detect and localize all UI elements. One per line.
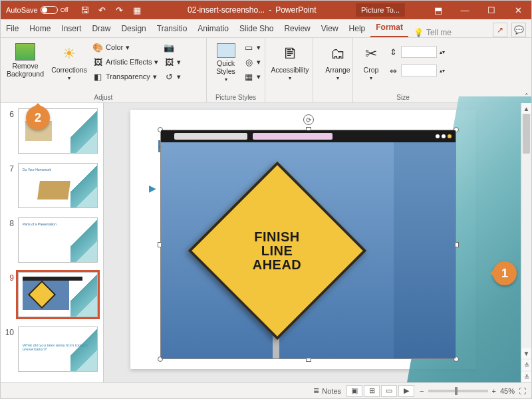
slideshow-view-button[interactable]: ▶ [398,385,414,397]
transparency-label: Transparency [106,72,150,80]
slide-thumbnail-8[interactable]: Parts of a Presentation [18,217,98,263]
slide-thumbnail-9[interactable] [18,272,98,317]
scroll-thumb[interactable] [523,114,530,154]
tab-format[interactable]: Format [370,19,408,37]
change-icon: 🖼 [164,57,174,67]
ribbon-options-button[interactable]: ⬒ [425,1,452,19]
comments-button[interactable]: 💬 [511,23,526,37]
scroll-down-button[interactable]: ▼ [521,348,531,358]
notes-icon: ≣ [313,386,319,395]
reset-icon: ↺ [164,71,174,82]
transparency-button[interactable]: ◧Transparency ▾ [92,70,158,83]
prev-slide-button[interactable]: ≙ [521,360,531,370]
remove-background-icon [15,43,35,61]
thumb-number: 7 [5,163,14,174]
width-icon: ⇔ [388,65,398,76]
arrange-button[interactable]: 🗂 Arrange ▾ [317,41,358,81]
save-button[interactable]: 🖫 [78,3,92,17]
corrections-button[interactable]: ☀ Corrections ▾ [49,41,90,81]
chevron-down-icon: ▾ [289,75,291,81]
zoom-in-button[interactable]: + [492,387,496,395]
tell-me-label: Tell me [426,28,452,37]
slide-canvas-area[interactable]: Fi ▶ ⟳ [104,103,531,382]
slide-thumbnail-10[interactable]: What did you take away from today's pres… [18,327,98,372]
normal-view-button[interactable]: ▣ [346,385,362,397]
color-button[interactable]: 🎨Color ▾ [92,41,158,54]
thumb-number: 6 [5,108,14,119]
tab-view[interactable]: View [316,20,344,37]
zoom-out-button[interactable]: − [420,387,424,395]
accessibility-icon: 🖹 [279,43,301,65]
work-area: 6 7 Do Your Homework 8 Parts of a Presen… [1,103,531,382]
redo-button[interactable]: ↷ [112,3,127,17]
chevron-down-icon: ▾ [68,75,70,81]
zoom-controls: − + 45% ⛶ [420,387,526,395]
artistic-label: Artistic Effects [106,58,152,66]
toggle-icon [41,6,58,14]
quick-styles-label: Quick Styles [211,59,241,75]
next-slide-button[interactable]: ≚ [521,372,531,382]
vertical-scrollbar[interactable]: ▲ ▼ ≙ ≚ [521,103,531,382]
share-button[interactable]: ↗ [493,23,507,37]
glow-icon: ◎ [243,57,254,67]
tab-insert[interactable]: Insert [56,20,86,37]
height-field[interactable]: ⇕▴▾ [388,45,445,59]
palette-icon: 🎨 [92,42,103,53]
undo-button[interactable]: ↶ [95,3,110,17]
fit-to-window-button[interactable]: ⛶ [519,387,526,395]
tab-home[interactable]: Home [24,20,56,37]
tab-draw[interactable]: Draw [86,20,116,37]
thumb-number: 10 [5,327,14,337]
autosave-toggle[interactable]: AutoSave Off [1,6,74,14]
reading-view-button[interactable]: ▭ [381,385,397,397]
sorter-view-button[interactable]: ⊞ [364,385,380,397]
tab-design[interactable]: Design [116,20,151,37]
picture-effects-button[interactable]: ◎▾ [243,55,261,68]
maximize-button[interactable]: ☐ [478,1,505,19]
rotate-handle[interactable]: ⟳ [303,114,314,125]
arrange-label: Arrange [325,66,350,74]
ribbon: Remove Background ☀ Corrections ▾ 🎨Color… [1,38,531,103]
tab-slideshow[interactable]: Slide Sho [234,20,279,37]
zoom-percent[interactable]: 45% [500,387,515,395]
quick-access-toolbar: 🖫 ↶ ↷ ▦ [74,3,148,17]
filename-label: 02-insert-screensho... [188,5,265,15]
zoom-slider[interactable] [428,390,488,392]
slide-thumbnails-panel[interactable]: 6 7 Do Your Homework 8 Parts of a Presen… [1,103,104,382]
crop-icon: ✂ [360,43,382,65]
compress-pictures-button[interactable]: 📷 [164,41,181,54]
tab-help[interactable]: Help [344,20,371,37]
remove-background-button[interactable]: Remove Background [5,41,46,78]
styles-icon [217,43,235,58]
scroll-up-button[interactable]: ▲ [521,103,531,114]
tab-review[interactable]: Review [279,20,315,37]
crop-button[interactable]: ✂ Crop ▾ [357,41,385,81]
notes-button[interactable]: ≣Notes [313,386,341,395]
accessibility-button[interactable]: 🖹 Accessibility ▾ [269,41,311,81]
tab-animations[interactable]: Animatio [192,20,234,37]
tab-transitions[interactable]: Transitio [152,20,193,37]
tab-file[interactable]: File [1,20,24,37]
reset-picture-button[interactable]: ↺▾ [164,70,181,83]
change-picture-button[interactable]: 🖼▾ [164,55,181,68]
width-field[interactable]: ⇔▴▾ [388,63,445,78]
compress-icon: 📷 [164,42,174,53]
close-button[interactable]: ✕ [505,1,531,19]
selected-picture[interactable]: ⟳ FINISHLINEAHEAD [160,130,456,359]
picture-layout-button[interactable]: ▦▾ [243,70,261,83]
status-bar: ≣Notes ▣ ⊞ ▭ ▶ − + 45% ⛶ [1,382,531,398]
slide-thumbnail-7[interactable]: Do Your Homework [18,163,98,208]
callout-2: 2 [26,106,50,130]
chevron-down-icon: ▾ [225,76,227,82]
start-slideshow-button[interactable]: ▦ [130,3,144,17]
picture-border-button[interactable]: ▭▾ [243,41,261,54]
artistic-effects-button[interactable]: 🖼Artistic Effects ▾ [92,55,158,68]
slide[interactable]: Fi ▶ ⟳ [130,110,476,369]
layout-icon: ▦ [243,71,254,82]
tell-me-search[interactable]: 💡 Tell me [414,28,452,37]
window-controls: ⬒ — ☐ ✕ [425,1,531,19]
border-icon: ▭ [243,42,254,53]
quick-styles-button[interactable]: Quick Styles ▾ [211,41,241,82]
color-label: Color [106,43,123,51]
minimize-button[interactable]: — [452,1,478,19]
